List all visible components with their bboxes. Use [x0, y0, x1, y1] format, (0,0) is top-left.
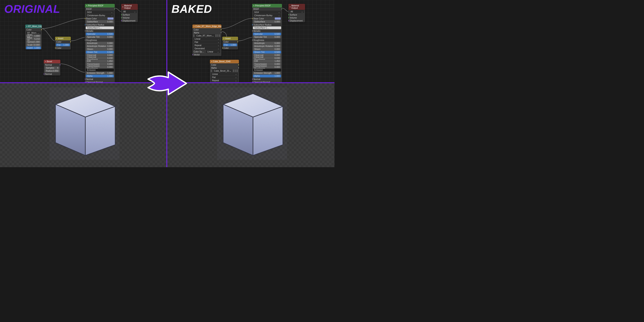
- node-header[interactable]: ▾Invert: [222, 37, 238, 40]
- slider-spec-tint[interactable]: Specular Tint0.000: [86, 36, 114, 38]
- socket-alpha-out[interactable]: Alpha: [192, 31, 222, 34]
- slider-emit-str[interactable]: Emission Strength1.000: [253, 72, 281, 74]
- select-ext[interactable]: Repeat: [193, 44, 220, 47]
- slider-spread[interactable]: Spread1.000: [26, 40, 41, 43]
- slider-subsurface[interactable]: Subsurface0.000: [253, 20, 281, 23]
- slider-cc-rough[interactable]: Clearcoat Roughness0.030: [253, 57, 281, 60]
- socket-bsdf-out[interactable]: BSDF: [252, 8, 282, 10]
- socket-color-out[interactable]: Color: [192, 28, 222, 31]
- socket-color-out[interactable]: Color: [55, 40, 71, 43]
- slider-trans-rough[interactable]: Transmission Roughness0.000: [253, 66, 281, 68]
- slider-emission[interactable]: Emission: [253, 69, 281, 72]
- slider-emission[interactable]: Emission: [86, 69, 114, 72]
- slider-spec-tint[interactable]: Specular Tint0.000: [253, 36, 281, 38]
- socket-normal-in[interactable]: Normal: [44, 72, 60, 76]
- image-browse[interactable]: Cube_RT_Worn…: [192, 34, 222, 37]
- slider-radius[interactable]: Radius0.050: [44, 70, 60, 72]
- slider-sheen[interactable]: Sheen0.000: [86, 48, 114, 50]
- slider-aniso-rot[interactable]: Anisotropic Rotation0.000: [253, 45, 281, 48]
- slider-specular[interactable]: Specular0.500: [86, 33, 114, 36]
- slider-trans-rough[interactable]: Transmission Roughness0.000: [86, 66, 114, 68]
- slider-cc-rough[interactable]: Clearcoat Roughness0.030: [86, 57, 114, 60]
- select-proj[interactable]: Flat: [211, 76, 238, 79]
- slider-aniso-rot[interactable]: Anisotropic Rotation0.000: [86, 45, 114, 48]
- node-header[interactable]: ▾Bevel: [44, 60, 60, 63]
- slider-aniso[interactable]: Anisotropic0.000: [86, 42, 114, 44]
- node-header[interactable]: ▾Principled BSDF: [85, 4, 115, 8]
- socket-color-out[interactable]: Color: [210, 63, 239, 66]
- color-swatch[interactable]: [275, 18, 281, 20]
- socket-normal-out[interactable]: Normal: [44, 63, 60, 66]
- socket-normal[interactable]: Normal: [85, 78, 115, 80]
- select-target[interactable]: All: [289, 10, 304, 13]
- slider-sss-color[interactable]: Subsurface C…: [253, 26, 281, 29]
- slider-alpha[interactable]: Alpha1.000: [86, 75, 114, 78]
- slider-sss-color[interactable]: Subsurface C…: [86, 26, 114, 29]
- socket-surface[interactable]: Surface: [288, 13, 305, 16]
- close-icon[interactable]: [219, 34, 220, 37]
- slider-ior[interactable]: IOR1.450: [253, 60, 281, 62]
- select-target[interactable]: All: [122, 10, 137, 13]
- select-interp[interactable]: Linear: [211, 72, 238, 76]
- color-swatch[interactable]: [108, 18, 114, 20]
- panel-baked-nodes[interactable]: BAKED ▾Cube_RT_Worn_Edge_Mask_2048 Color…: [167, 0, 334, 83]
- socket-metallic[interactable]: Metallic: [85, 30, 115, 32]
- slider-fac[interactable]: Fac1.000: [56, 44, 70, 46]
- socket-bsdf-out[interactable]: BSDF: [85, 8, 115, 10]
- slider-specular[interactable]: Specular0.500: [253, 33, 281, 36]
- slider-alpha[interactable]: Alpha1.000: [253, 75, 281, 78]
- socket-volume[interactable]: Volume: [288, 16, 305, 19]
- node-header[interactable]: ▾Material Output: [288, 4, 305, 10]
- socket-color-out[interactable]: Color: [222, 40, 238, 43]
- row-colorspace[interactable]: Color SpaceLinear: [192, 50, 222, 53]
- socket-color-in[interactable]: Color: [55, 46, 71, 50]
- socket-base-color[interactable]: Base Color: [252, 17, 282, 20]
- new-icon[interactable]: [233, 70, 234, 72]
- image-browse[interactable]: Cube_Bevel_20…: [210, 69, 239, 72]
- socket-sss-radius[interactable]: Subsurface Radius: [85, 23, 115, 26]
- slider-emit-str[interactable]: Emission Strength1.000: [86, 72, 114, 74]
- node-header[interactable]: ▾Principled BSDF: [252, 4, 282, 8]
- select-ext[interactable]: Repeat: [211, 79, 238, 82]
- socket-base-color[interactable]: Base Color: [85, 17, 115, 20]
- node-principled-bsdf[interactable]: ▾Principled BSDF BSDF GGX Christensen-Bu…: [85, 4, 115, 83]
- slider-samples[interactable]: Samples4: [44, 66, 60, 69]
- select-proj[interactable]: Flat: [193, 40, 220, 44]
- node-rt-group[interactable]: ▾RT_Worn_Edge… Color RT_Worn… Worn Eff1.…: [25, 24, 42, 50]
- node-image-mask[interactable]: ▾Cube_RT_Worn_Edge_Mask_2048 Color Alpha…: [192, 24, 222, 56]
- slider-aniso[interactable]: Anisotropic0.000: [253, 42, 281, 44]
- node-bevel[interactable]: ▾Bevel Normal Samples4 Radius0.050 Norma…: [44, 60, 60, 76]
- slider-subsurface[interactable]: Subsurface0.000: [86, 20, 114, 23]
- socket-surface[interactable]: Surface: [121, 13, 138, 16]
- socket-cc-normal[interactable]: Clearcoat Normal: [85, 80, 115, 83]
- node-header[interactable]: ▾Cube_RT_Worn_Edge_Mask_2048: [192, 24, 222, 28]
- select-sss[interactable]: Christensen-Burley: [253, 14, 281, 17]
- select-distribution[interactable]: GGX: [86, 11, 114, 14]
- slider-basew[interactable]: Base Wi5.210: [26, 38, 41, 40]
- node-material-output[interactable]: ▾Material Output All Surface Volume Disp…: [288, 4, 305, 22]
- panel-original-render[interactable]: [0, 83, 167, 167]
- socket-metallic[interactable]: Metallic: [252, 30, 282, 32]
- slider-sheen-tint[interactable]: Sheen Tint0.500: [86, 51, 114, 54]
- socket-cc-normal[interactable]: Clearcoat Normal: [252, 80, 282, 83]
- socket-roughness[interactable]: Roughness: [85, 38, 115, 42]
- socket-color-in[interactable]: Color: [222, 46, 238, 50]
- close-icon[interactable]: [236, 70, 238, 72]
- socket-volume[interactable]: Volume: [121, 16, 138, 19]
- socket-sss-radius[interactable]: Subsurface Radius: [252, 23, 282, 26]
- slider-invert[interactable]: Invert1.000: [26, 46, 41, 49]
- node-principled-bsdf[interactable]: ▾Principled BSDF BSDF GGX Christensen-Bu…: [252, 4, 282, 83]
- open-icon[interactable]: [235, 70, 236, 72]
- select-interp[interactable]: Linear: [193, 37, 220, 40]
- socket-alpha-out[interactable]: Alpha: [210, 66, 239, 69]
- slider-scale[interactable]: Scale10.000: [26, 44, 41, 46]
- select-source[interactable]: Generated: [193, 47, 220, 50]
- new-icon[interactable]: [216, 34, 216, 37]
- panel-original-nodes[interactable]: ORIGINAL ▾RT_Worn_Edge… Color RT_Worn… W…: [0, 0, 167, 83]
- slider-sheen-tint[interactable]: Sheen Tint0.500: [253, 51, 281, 54]
- open-icon[interactable]: [217, 34, 218, 37]
- select-distribution[interactable]: GGX: [253, 11, 281, 14]
- socket-displacement[interactable]: Displacement: [121, 19, 138, 22]
- node-header[interactable]: ▾Invert: [55, 37, 71, 40]
- socket-normal[interactable]: Normal: [252, 78, 282, 80]
